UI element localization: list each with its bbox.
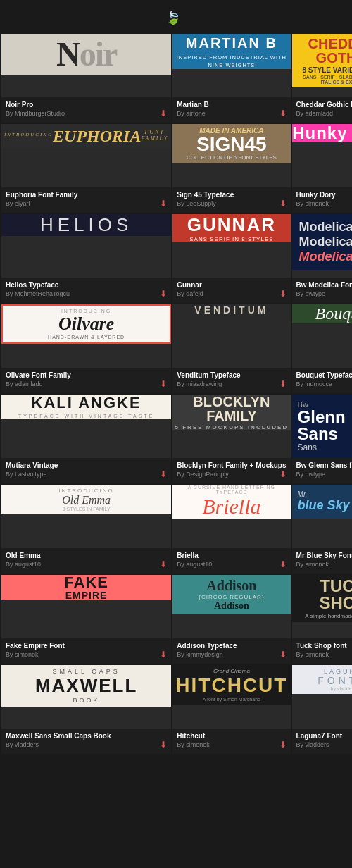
font-card[interactable]: KALI ANGKE TYPEFACE WITH VINTAGE TASTE M… (1, 395, 171, 483)
card-thumbnail: SMALL CAPS MAXWELL BOOK (1, 665, 171, 707)
font-card[interactable]: SMALL CAPS MAXWELL BOOK Maxwell Sans Sma… (1, 665, 171, 754)
card-author-name: By airtone (177, 110, 206, 117)
card-info: Maxwell Sans Small Caps Book By vladders… (1, 728, 171, 754)
download-icon[interactable]: ⬇ (160, 559, 167, 569)
font-card[interactable]: VENDITUM Venditum Typeface By miaadrawin… (172, 304, 290, 393)
font-card[interactable]: A CURSIVE HAND LETTERING TYPEFACE Briell… (172, 485, 290, 574)
card-author-name: By adamladd (6, 380, 43, 388)
card-info: Old Emma By august10 ⬇ (1, 548, 171, 574)
download-icon[interactable]: ⬇ (160, 650, 167, 659)
font-card[interactable]: Mr. blue Sky Mr Blue Sky Font By simonok… (292, 485, 352, 574)
card-info: Blocklyn Font Family + Mockups By Design… (172, 458, 290, 483)
download-icon[interactable]: ⬇ (279, 740, 287, 750)
download-icon[interactable]: ⬇ (160, 108, 167, 118)
card-info: Helios Typeface By MehmetRehaTogcu ⬇ (1, 278, 171, 303)
font-card[interactable]: HELIOS Helios Typeface By MehmetRehaTogc… (1, 214, 171, 303)
card-title: Noir Pro (6, 101, 167, 108)
card-author-name: By bwtype (296, 471, 326, 478)
card-thumbnail: Grand Cinema HITCHCUT A font by Simon Ma… (172, 665, 290, 705)
card-info: Mutiara Vintage By Lastvoitype ⬇ (1, 458, 171, 483)
font-card[interactable]: Modelica Modelica Modelica 64 Bw Modelic… (292, 214, 352, 303)
card-author-row: By simonok ⬇ (296, 650, 352, 659)
card-author-name: By kimmydesign (177, 651, 223, 658)
card-thumbnail: BLOCKLYN FAMILY 5 FREE MOCKUPS INCLUDED (172, 395, 290, 430)
card-info: Hitchcut By simonok ⬇ (172, 728, 290, 754)
card-author-row: By august10 ⬇ (6, 559, 167, 569)
download-icon[interactable]: ⬇ (279, 289, 287, 299)
card-author-name: By simonok (177, 741, 210, 748)
card-info: Oilvare Font Family By adamladd ⬇ (1, 368, 171, 393)
download-icon[interactable]: ⬇ (279, 469, 287, 479)
logo-leaf-icon: 🍃 (165, 10, 181, 25)
card-thumbnail: LAGUNA FONTS by vladders (292, 665, 352, 694)
download-icon[interactable]: ⬇ (160, 199, 167, 209)
card-title: Bw Glenn Sans font family (296, 461, 352, 469)
card-author-name: By dafeld (177, 290, 203, 297)
card-thumbnail: MADE IN AMERICA SIGN45 COLLECTION OF 6 F… (172, 124, 290, 163)
card-author-name: By MindburgerStudio (6, 110, 65, 117)
card-thumbnail: FAKE EMPIRE (1, 575, 171, 600)
card-info: Fake Empire Font By simonok ⬇ (1, 638, 171, 664)
download-icon[interactable]: ⬇ (279, 108, 287, 118)
font-card[interactable]: GUNNAR SANS SERIF IN 8 STYLES Gunnar By … (172, 214, 290, 303)
card-info: Mr Blue Sky Font By simonok ⬇ (292, 548, 352, 574)
card-thumbnail: GUNNAR SANS SERIF IN 8 STYLES (172, 214, 290, 242)
card-info: Tuck Shop font By simonok ⬇ (292, 638, 352, 664)
card-author-name: By Lastvoitype (6, 471, 47, 478)
font-card[interactable]: CHEDDARGOTHIC 8 STYLE VARIETY PACK SANS … (292, 34, 352, 123)
card-title: Old Emma (6, 552, 167, 559)
font-card[interactable]: INTRODUCING Old Emma 3 STYLES IN FAMILY … (1, 485, 171, 574)
card-thumbnail: MARTIAN B INSPIRED FROM INDUSTRIAL WITH … (172, 34, 290, 69)
font-card[interactable]: Bouquet Bouquet Typeface By inumocca ⬇ (292, 304, 352, 393)
card-thumbnail: A CURSIVE HAND LETTERING TYPEFACE Briell… (172, 485, 290, 519)
download-icon[interactable]: ⬇ (279, 199, 287, 209)
card-title: Briella (177, 552, 286, 559)
card-title: Hitchcut (177, 732, 286, 740)
card-author-name: By miaadrawing (177, 380, 222, 388)
font-card[interactable]: FAKE EMPIRE Fake Empire Font By simonok … (1, 575, 171, 664)
download-icon[interactable]: ⬇ (160, 379, 167, 389)
font-card[interactable]: Grand Cinema HITCHCUT A font by Simon Ma… (172, 665, 290, 754)
card-author-row: By bwtype ⬇ (296, 289, 352, 299)
card-thumbnail: Noir (1, 34, 171, 75)
download-icon[interactable]: ⬇ (160, 469, 167, 479)
font-card[interactable]: INTRODUCING Oilvare HAND-DRAWN & LAYERED… (1, 304, 171, 393)
download-icon[interactable]: ⬇ (279, 559, 287, 569)
font-card[interactable]: Addison {CIRCOS REGULAR} Addison Addison… (172, 575, 290, 664)
download-icon[interactable]: ⬇ (279, 650, 287, 659)
font-card[interactable]: MARTIAN B INSPIRED FROM INDUSTRIAL WITH … (172, 34, 290, 123)
card-author-row: By vladders ⬇ (296, 740, 352, 750)
card-info: Noir Pro By MindburgerStudio ⬇ (1, 97, 171, 123)
card-author-row: By inumocca ⬇ (296, 379, 352, 389)
download-icon[interactable]: ⬇ (279, 379, 287, 389)
card-author-name: By august10 (6, 561, 41, 568)
card-title: Sign 45 Typeface (177, 191, 286, 199)
card-title: Laguna7 Font (296, 732, 352, 740)
card-author-row: By adamladd ⬇ (6, 379, 167, 389)
font-card[interactable]: Hunky Dory Hunky Dory By simonok ⬇ (292, 124, 352, 213)
card-thumbnail: Modelica Modelica Modelica 64 (292, 214, 352, 270)
font-card[interactable]: LAGUNA FONTS by vladders Laguna7 Font By… (292, 665, 352, 754)
font-card[interactable]: Bw Glenn Sans Sans 16 Bw Glenn Sans font… (292, 395, 352, 483)
card-info: Venditum Typeface By miaadrawing ⬇ (172, 368, 290, 393)
card-title: Cheddar Gothic Font Family (296, 101, 352, 108)
font-card[interactable]: MADE IN AMERICA SIGN45 COLLECTION OF 6 F… (172, 124, 290, 213)
card-title: Martian B (177, 101, 286, 108)
download-icon[interactable]: ⬇ (160, 289, 167, 299)
card-author-row: By simonok ⬇ (296, 199, 352, 209)
card-info: Briella By august10 ⬇ (172, 548, 290, 574)
card-thumbnail: Addison {CIRCOS REGULAR} Addison (172, 575, 290, 614)
card-title: Tuck Shop font (296, 642, 352, 650)
font-card[interactable]: BLOCKLYN FAMILY 5 FREE MOCKUPS INCLUDED … (172, 395, 290, 483)
card-author-row: By dafeld ⬇ (177, 289, 286, 299)
logo[interactable]: 🍃 (165, 10, 187, 25)
card-thumbnail: TUCK SHOP A simple handmade Chalk font (292, 575, 352, 622)
card-author-row: By adamladd ⬇ (296, 108, 352, 118)
card-info: Bouquet Typeface By inumocca ⬇ (292, 368, 352, 393)
font-card[interactable]: Noir Noir Pro By MindburgerStudio ⬇ (1, 34, 171, 123)
card-author-row: By DesignPanoply ⬇ (177, 469, 286, 479)
download-icon[interactable]: ⬇ (160, 740, 167, 750)
font-card[interactable]: INTRODUCING EUPHORIA FONT FAMILY Euphori… (1, 124, 171, 213)
card-thumbnail: Hunky Dory (292, 124, 352, 142)
font-card[interactable]: TUCK SHOP A simple handmade Chalk font T… (292, 575, 352, 664)
